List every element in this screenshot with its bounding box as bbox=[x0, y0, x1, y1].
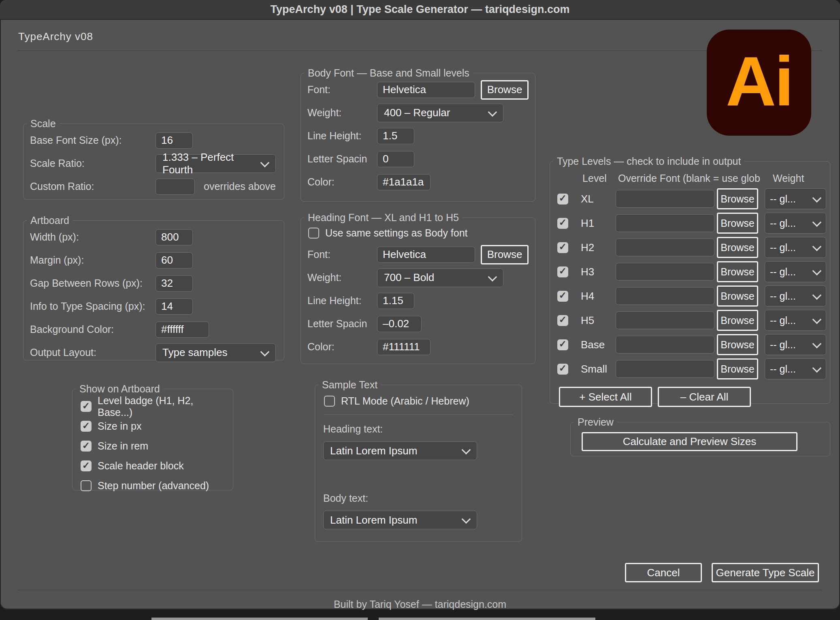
h4-include-checkbox[interactable] bbox=[557, 291, 568, 302]
window-titlebar[interactable]: TypeArchy v08 | Type Scale Generator — t… bbox=[0, 0, 840, 20]
use-same-settings-checkbox[interactable] bbox=[308, 228, 319, 239]
body-weight-dropdown[interactable]: 400 – Regular bbox=[377, 104, 503, 122]
body-text-label: Body text: bbox=[315, 492, 522, 504]
base-browse-button[interactable]: Browse bbox=[717, 334, 758, 355]
h2-include-checkbox[interactable] bbox=[557, 242, 568, 253]
scale-header-block-checkbox[interactable] bbox=[81, 460, 92, 471]
step-number-checkbox[interactable] bbox=[81, 480, 92, 491]
rtl-mode-label: RTL Mode (Arabic / Hebrew) bbox=[341, 395, 469, 407]
body-font-browse-button[interactable]: Browse bbox=[481, 80, 529, 100]
rtl-mode-checkbox[interactable] bbox=[324, 396, 335, 407]
xl-override-input[interactable] bbox=[616, 190, 714, 208]
small-weight-dropdown[interactable]: -- gl... bbox=[765, 358, 826, 379]
h2-level-label: H2 bbox=[576, 241, 613, 254]
h1-browse-button[interactable]: Browse bbox=[717, 213, 758, 234]
h2-override-input[interactable] bbox=[616, 239, 714, 256]
body-font-label: Font: bbox=[307, 84, 377, 96]
artboard-panel: Artboard Width (px): 800 Margin (px): 60… bbox=[23, 215, 284, 360]
scale-panel: Scale Base Font Size (px): 16 Scale Rati… bbox=[23, 119, 284, 200]
base-weight-dropdown[interactable]: -- gl... bbox=[765, 334, 826, 355]
info-spacing-label: Info to Type Spacing (px): bbox=[30, 300, 156, 312]
preview-panel: Preview Calculate and Preview Sizes bbox=[570, 417, 830, 456]
info-spacing-input[interactable]: 14 bbox=[156, 298, 193, 315]
use-same-settings-label: Use same settings as Body font bbox=[325, 227, 468, 239]
body-text-dropdown[interactable]: Latin Lorem Ipsum bbox=[323, 511, 477, 529]
small-browse-button[interactable]: Browse bbox=[717, 358, 758, 379]
body-letter-spacing-input[interactable]: 0 bbox=[377, 151, 414, 167]
h5-override-input[interactable] bbox=[616, 311, 714, 329]
h5-weight-dropdown[interactable]: -- gl... bbox=[765, 310, 826, 331]
body-line-height-input[interactable]: 1.5 bbox=[377, 128, 414, 144]
h1-include-checkbox[interactable] bbox=[557, 218, 568, 229]
custom-ratio-input[interactable] bbox=[156, 179, 195, 195]
h5-include-checkbox[interactable] bbox=[557, 315, 568, 326]
background-color-input[interactable]: #ffffff bbox=[156, 322, 209, 338]
body-font-legend: Body Font — Base and Small levels bbox=[304, 68, 473, 78]
heading-letter-spacing-input[interactable]: –0.02 bbox=[377, 316, 422, 332]
preview-legend: Preview bbox=[574, 417, 617, 427]
select-all-button[interactable]: + Select All bbox=[559, 387, 652, 407]
size-in-px-label: Size in px bbox=[98, 420, 141, 432]
small-override-input[interactable] bbox=[616, 360, 714, 378]
h3-weight-value: -- gl... bbox=[770, 266, 796, 278]
type-level-row-xl: XL Browse -- gl... bbox=[550, 187, 830, 211]
heading-color-input[interactable]: #111111 bbox=[377, 339, 431, 355]
heading-font-browse-button[interactable]: Browse bbox=[481, 245, 529, 264]
h3-override-input[interactable] bbox=[616, 263, 714, 281]
base-override-input[interactable] bbox=[616, 336, 714, 354]
h2-browse-button[interactable]: Browse bbox=[717, 237, 758, 258]
h3-weight-dropdown[interactable]: -- gl... bbox=[765, 261, 826, 282]
xl-browse-button[interactable]: Browse bbox=[717, 188, 758, 209]
base-font-size-input[interactable]: 16 bbox=[156, 132, 193, 149]
body-line-height-label: Line Height: bbox=[307, 130, 377, 142]
h1-override-input[interactable] bbox=[616, 214, 714, 232]
h2-weight-dropdown[interactable]: -- gl... bbox=[765, 237, 826, 258]
h4-weight-dropdown[interactable]: -- gl... bbox=[765, 285, 826, 307]
artboard-margin-input[interactable]: 60 bbox=[156, 252, 193, 268]
small-weight-value: -- gl... bbox=[770, 363, 796, 375]
chevron-down-icon bbox=[812, 364, 822, 373]
output-layout-dropdown[interactable]: Type samples bbox=[156, 343, 276, 362]
type-level-row-small: Small Browse -- gl... bbox=[550, 357, 830, 381]
body-font-input[interactable]: Helvetica bbox=[377, 82, 475, 98]
size-in-rem-checkbox[interactable] bbox=[81, 441, 92, 452]
generate-type-scale-button[interactable]: Generate Type Scale bbox=[712, 563, 819, 582]
xl-weight-dropdown[interactable]: -- gl... bbox=[765, 188, 826, 209]
h2-weight-value: -- gl... bbox=[770, 242, 796, 254]
base-include-checkbox[interactable] bbox=[557, 339, 568, 350]
heading-color-label: Color: bbox=[307, 341, 377, 353]
cancel-button[interactable]: Cancel bbox=[625, 563, 702, 582]
gap-between-rows-input[interactable]: 32 bbox=[156, 275, 193, 292]
body-weight-value: 400 – Regular bbox=[384, 107, 450, 119]
heading-line-height-input[interactable]: 1.15 bbox=[377, 293, 414, 309]
h3-include-checkbox[interactable] bbox=[557, 266, 568, 277]
scale-ratio-dropdown[interactable]: 1.333 – Perfect Fourth bbox=[156, 154, 276, 173]
body-color-input[interactable]: #1a1a1a bbox=[377, 174, 431, 190]
small-include-checkbox[interactable] bbox=[557, 364, 568, 375]
h4-browse-button[interactable]: Browse bbox=[717, 285, 758, 307]
type-level-row-h2: H2 Browse -- gl... bbox=[550, 235, 830, 260]
h1-weight-value: -- gl... bbox=[770, 217, 796, 229]
type-levels-panel: Type Levels — check to include in output… bbox=[550, 156, 830, 404]
heading-font-panel: Heading Font — XL and H1 to H5 Use same … bbox=[301, 213, 535, 364]
level-badge-checkbox[interactable] bbox=[81, 401, 92, 412]
artboard-width-input[interactable]: 800 bbox=[156, 229, 193, 245]
calculate-preview-button[interactable]: Calculate and Preview Sizes bbox=[582, 432, 797, 451]
h5-browse-button[interactable]: Browse bbox=[717, 310, 758, 331]
heading-font-input[interactable]: Helvetica bbox=[377, 247, 475, 263]
heading-weight-dropdown[interactable]: 700 – Bold bbox=[377, 268, 503, 287]
heading-font-legend: Heading Font — XL and H1 to H5 bbox=[304, 213, 463, 223]
h3-browse-button[interactable]: Browse bbox=[717, 261, 758, 282]
artboard-panel-legend: Artboard bbox=[27, 215, 73, 226]
background-color-label: Background Color: bbox=[30, 324, 156, 335]
heading-font-label: Font: bbox=[307, 249, 377, 260]
scale-ratio-label: Scale Ratio: bbox=[30, 158, 156, 169]
chevron-down-icon bbox=[812, 194, 822, 203]
xl-include-checkbox[interactable] bbox=[557, 194, 568, 205]
h4-override-input[interactable] bbox=[616, 287, 714, 305]
heading-text-dropdown[interactable]: Latin Lorem Ipsum bbox=[323, 441, 477, 460]
size-in-px-checkbox[interactable] bbox=[81, 421, 92, 432]
clear-all-button[interactable]: – Clear All bbox=[658, 387, 751, 407]
chevron-down-icon bbox=[812, 315, 822, 324]
h1-weight-dropdown[interactable]: -- gl... bbox=[765, 213, 826, 234]
